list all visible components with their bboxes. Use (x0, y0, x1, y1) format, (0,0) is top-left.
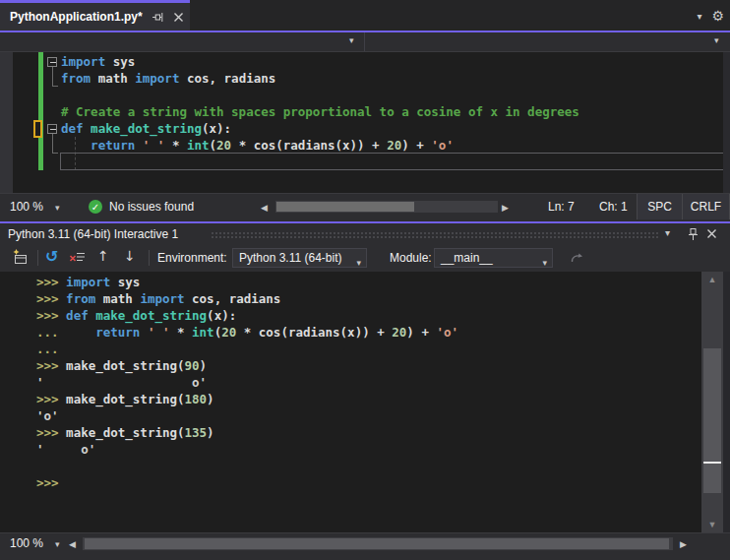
token: (x): (202, 121, 231, 136)
token: make_dot_string( (66, 392, 184, 406)
history-previous-icon[interactable]: ↑ (97, 248, 109, 264)
column-indicator[interactable]: Ch: 1 (599, 200, 628, 214)
module-label: Module: (390, 251, 432, 265)
zoom-level[interactable]: 100 % (10, 200, 43, 214)
editor-status-bar: 100 % ▾ ✓ No issues found ◀ ▶ Ln: 7 Ch: … (0, 193, 730, 218)
editor-code-line: import sys (61, 53, 722, 70)
console-vertical-scrollbar[interactable]: ▲ ▼ (701, 272, 723, 532)
chevron-down-icon: ▾ (542, 254, 547, 272)
console-right-edge (723, 272, 730, 532)
token: math (95, 291, 140, 306)
tab-pythonapplication1[interactable]: PythonApplication1.py* (0, 0, 190, 31)
line-ending-cell[interactable]: CRLF (682, 194, 730, 219)
pin-icon[interactable] (152, 11, 164, 24)
pin-icon[interactable] (687, 227, 700, 241)
navbar-members-dropdown[interactable] (365, 32, 730, 51)
close-icon[interactable] (706, 228, 717, 239)
fold-collapse-icon[interactable] (47, 124, 57, 134)
interactive-title-bar[interactable]: Python 3.11 (64-bit) Interactive 1 ▾ (0, 221, 730, 244)
environment-value: Python 3.11 (64-bit) (239, 251, 342, 265)
token: cos, radians (185, 291, 281, 306)
zoom-dropdown-icon[interactable]: ▾ (55, 539, 60, 549)
token: make_dot_string (95, 308, 207, 323)
token (66, 325, 95, 340)
token: int (187, 138, 210, 153)
token: 20 (216, 138, 231, 153)
fold-collapse-icon[interactable] (47, 57, 57, 67)
gear-icon[interactable]: ⚙ (711, 8, 724, 24)
interactive-title: Python 3.11 (64-bit) Interactive 1 (8, 227, 178, 241)
token: 180 (185, 392, 208, 406)
scroll-left-icon[interactable]: ◀ (261, 203, 268, 213)
window-list-chevron-icon[interactable]: ▾ (697, 11, 701, 22)
zoom-level[interactable]: 100 % (10, 536, 43, 550)
console-output-area[interactable]: >>> import sys>>> from math import cos, … (36, 274, 458, 491)
token: make_dot_string( (66, 425, 184, 440)
scroll-up-icon[interactable]: ▲ (701, 275, 723, 284)
console-line: ' o' (36, 374, 458, 391)
reset-icon[interactable]: ↺ (45, 247, 58, 266)
console-line: ' o' (36, 441, 458, 458)
module-dropdown[interactable]: __main__ ▾ (434, 248, 553, 268)
track-changes-unsaved-marker (33, 120, 42, 138)
environment-label: Environment: (157, 251, 227, 265)
environment-settings-icon[interactable] (12, 249, 29, 266)
editor-code-line: # Create a string with spaces proportion… (61, 103, 722, 120)
console-line: >>> (36, 474, 458, 491)
interactive-console[interactable]: >>> import sys>>> from math import cos, … (0, 272, 730, 532)
token: ) (207, 425, 214, 440)
token: 20 (221, 325, 236, 340)
token: 'o' (431, 138, 454, 153)
scroll-right-icon[interactable]: ▶ (680, 539, 687, 549)
window-position-chevron-icon[interactable]: ▾ (665, 227, 670, 238)
console-line: ... return ' ' * int(20 * cos(radians(x)… (36, 324, 458, 341)
close-icon[interactable] (173, 12, 184, 23)
environment-dropdown[interactable]: Python 3.11 (64-bit) ▾ (232, 248, 367, 268)
token: ) (207, 392, 214, 406)
history-next-icon[interactable]: ↓ (124, 248, 136, 264)
chevron-down-icon: ▾ (356, 254, 361, 272)
drag-grip[interactable] (211, 231, 658, 239)
token: from (66, 291, 95, 306)
editor-horizontal-scrollbar[interactable] (275, 201, 498, 213)
token: 20 (387, 138, 401, 153)
indent-mode-cell[interactable]: SPC (637, 194, 682, 219)
indent-mode-label: SPC (647, 200, 672, 214)
token: import (61, 54, 105, 69)
code-editor[interactable]: import sysfrom math import cos, radians#… (0, 52, 730, 193)
scrollbar-thumb[interactable] (703, 348, 721, 493)
scroll-down-icon[interactable]: ▼ (701, 520, 723, 529)
chevron-down-icon[interactable]: ▾ (714, 35, 719, 45)
scrollbar-thumb[interactable] (276, 202, 414, 212)
current-line-highlight (60, 153, 724, 170)
scroll-right-icon[interactable]: ▶ (502, 203, 509, 213)
token: from (61, 71, 91, 86)
token: return (91, 138, 135, 153)
scrollbar-thumb[interactable] (85, 538, 669, 549)
console-horizontal-scrollbar[interactable] (83, 537, 673, 550)
token: >>> (36, 475, 59, 490)
clear-screen-icon[interactable] (69, 250, 86, 266)
line-ending-label: CRLF (691, 200, 721, 214)
token: import (140, 291, 184, 306)
scroll-left-icon[interactable]: ◀ (69, 539, 76, 549)
curved-arrow-icon[interactable] (569, 249, 585, 266)
token: ) (200, 358, 208, 373)
token (61, 138, 91, 153)
interactive-status-bar: 100 % ▾ ◀ ▶ (0, 532, 730, 553)
token: 20 (392, 325, 406, 340)
token: (x): (207, 308, 236, 323)
token: sys (110, 275, 140, 289)
editor-vertical-scrollbar[interactable] (723, 52, 730, 193)
token: 90 (185, 358, 200, 373)
token: def (61, 121, 84, 136)
chevron-down-icon[interactable]: ▾ (349, 35, 354, 45)
breakpoint-margin[interactable] (0, 52, 13, 193)
issues-status[interactable]: No issues found (109, 200, 194, 214)
token: # Create a string with spaces proportion… (61, 104, 579, 119)
navbar-types-dropdown[interactable] (0, 32, 364, 51)
token: ' ' (148, 325, 170, 340)
console-line: >>> make_dot_string(90) (36, 357, 458, 374)
zoom-dropdown-icon[interactable]: ▾ (55, 203, 60, 213)
line-indicator[interactable]: Ln: 7 (548, 200, 575, 214)
